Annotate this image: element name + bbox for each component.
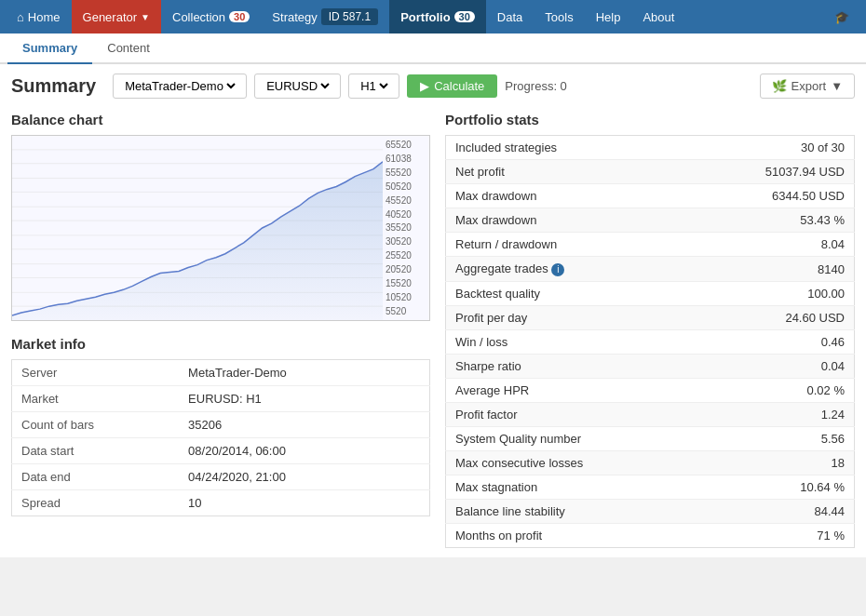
stats-row: Return / drawdown8.04 <box>446 233 855 257</box>
market-info-label: Data start <box>12 438 180 464</box>
nav-generator[interactable]: Generator ▼ <box>72 0 161 33</box>
balance-chart-svg <box>12 136 383 320</box>
market-info-value: 08/20/2014, 06:00 <box>179 438 429 464</box>
stats-value: 8140 <box>690 257 854 282</box>
nav-settings-icon[interactable]: 🎓 <box>823 0 860 33</box>
stats-label: Average HPR <box>446 379 691 403</box>
symbol-dropdown[interactable]: EURUSD <box>263 78 332 94</box>
nav-tools-label: Tools <box>545 10 573 24</box>
balance-chart-title: Balance chart <box>11 112 430 127</box>
stats-row: Max consecutive losses18 <box>446 451 855 475</box>
tab-summary[interactable]: Summary <box>7 33 92 64</box>
export-button[interactable]: 🌿 Export ▼ <box>760 74 855 99</box>
progress-label: Progress: 0 <box>505 79 566 93</box>
nav-home[interactable]: ⌂ Home <box>6 0 72 33</box>
stats-value: 8.04 <box>690 233 854 257</box>
home-icon: ⌂ <box>17 10 24 24</box>
stats-row: Average HPR0.02 % <box>446 379 855 403</box>
stats-row: Profit factor1.24 <box>446 403 855 427</box>
market-info-table: ServerMetaTrader-DemoMarketEURUSD: H1Cou… <box>11 359 430 516</box>
nav-help-label: Help <box>596 10 621 24</box>
nav-about-label: About <box>643 10 674 24</box>
export-arrow-icon: ▼ <box>831 79 843 93</box>
period-select[interactable]: H1 <box>348 74 399 99</box>
left-column: Balance chart <box>11 112 430 548</box>
stats-row: Max drawdown6344.50 USD <box>446 184 855 208</box>
market-info-title: Market info <box>11 336 430 352</box>
market-info-label: Server <box>12 360 180 386</box>
broker-select[interactable]: MetaTrader-Demo <box>113 74 247 99</box>
nav-collection-label: Collection <box>172 10 225 24</box>
stats-label: Max drawdown <box>446 184 691 208</box>
nav-data[interactable]: Data <box>486 0 534 33</box>
stats-label: Win / loss <box>446 330 691 355</box>
stats-label: Profit factor <box>446 403 691 427</box>
stats-row: Sharpe ratio0.04 <box>446 355 855 379</box>
stats-label: Months on profit <box>446 524 691 548</box>
period-dropdown[interactable]: H1 <box>357 78 391 94</box>
nav-home-label: Home <box>28 10 61 24</box>
market-info-label: Spread <box>12 490 180 516</box>
stats-label: Sharpe ratio <box>446 355 691 379</box>
nav-portfolio[interactable]: Portfolio 30 <box>389 0 486 33</box>
stats-value: 1.24 <box>690 403 854 427</box>
stats-value: 71 % <box>690 524 854 548</box>
market-info-row: MarketEURUSD: H1 <box>12 386 430 412</box>
top-nav: ⌂ Home Generator ▼ Collection 30 Strateg… <box>0 0 866 33</box>
broker-dropdown[interactable]: MetaTrader-Demo <box>121 78 238 94</box>
market-info-label: Count of bars <box>12 412 180 438</box>
stats-row: Net profit51037.94 USD <box>446 160 855 184</box>
nav-help[interactable]: Help <box>585 0 632 33</box>
stats-label: Aggregate trades i <box>446 257 691 282</box>
stats-label: Net profit <box>446 160 691 184</box>
market-info-value: EURUSD: H1 <box>179 386 429 412</box>
calculate-button[interactable]: ▶ Calculate <box>407 74 497 98</box>
balance-chart: 65520 61038 55520 50520 45520 40520 3552… <box>11 135 430 321</box>
stats-label: Max stagnation <box>446 475 691 500</box>
stats-row: Max drawdown53.43 % <box>446 208 855 233</box>
market-info-row: Data end04/24/2020, 21:00 <box>12 464 430 490</box>
main-content: Summary MetaTrader-Demo EURUSD H1 ▶ Calc… <box>0 64 866 557</box>
stats-row: Max stagnation10.64 % <box>446 475 855 500</box>
nav-strategy-label: Strategy <box>272 10 317 24</box>
stats-row: Aggregate trades i8140 <box>446 257 855 282</box>
stats-value: 0.04 <box>690 355 854 379</box>
nav-generator-label: Generator <box>83 10 138 24</box>
stats-value: 0.46 <box>690 330 854 355</box>
stats-row: Profit per day24.60 USD <box>446 306 855 330</box>
market-info-value: 10 <box>179 490 429 516</box>
market-info-row: Data start08/20/2014, 06:00 <box>12 438 430 464</box>
strategy-id: ID 587.1 <box>321 8 378 25</box>
right-column: Portfolio stats Included strategies30 of… <box>445 112 855 548</box>
market-info-value: MetaTrader-Demo <box>179 360 429 386</box>
market-info-value: 04/24/2020, 21:00 <box>179 464 429 490</box>
stats-value: 30 of 30 <box>690 136 854 160</box>
stats-label: Backtest quality <box>446 282 691 306</box>
collection-badge: 30 <box>229 11 250 22</box>
stats-value: 51037.94 USD <box>690 160 854 184</box>
stats-label: Max drawdown <box>446 208 691 233</box>
stats-row: Balance line stability84.44 <box>446 500 855 524</box>
market-info-value: 35206 <box>179 412 429 438</box>
stats-row: Included strategies30 of 30 <box>446 136 855 160</box>
stats-row: System Quality number5.56 <box>446 427 855 451</box>
stats-label: Included strategies <box>446 136 691 160</box>
nav-collection[interactable]: Collection 30 <box>161 0 261 33</box>
stats-value: 100.00 <box>690 282 854 306</box>
nav-portfolio-label: Portfolio <box>400 10 450 24</box>
tab-content[interactable]: Content <box>92 33 165 64</box>
nav-tools[interactable]: Tools <box>534 0 584 33</box>
stats-value: 53.43 % <box>690 208 854 233</box>
market-info-row: Count of bars35206 <box>12 412 430 438</box>
portfolio-stats-table: Included strategies30 of 30Net profit510… <box>445 135 855 548</box>
sub-tabs: Summary Content <box>0 33 866 64</box>
stats-value: 5.56 <box>690 427 854 451</box>
play-icon: ▶ <box>420 79 429 93</box>
nav-arrow-icon: ▼ <box>141 12 150 22</box>
stats-value: 18 <box>690 451 854 475</box>
nav-strategy[interactable]: Strategy ID 587.1 <box>261 0 389 33</box>
market-info-row: ServerMetaTrader-Demo <box>12 360 430 386</box>
nav-about[interactable]: About <box>631 0 685 33</box>
info-icon[interactable]: i <box>551 263 564 276</box>
symbol-select[interactable]: EURUSD <box>254 74 341 99</box>
